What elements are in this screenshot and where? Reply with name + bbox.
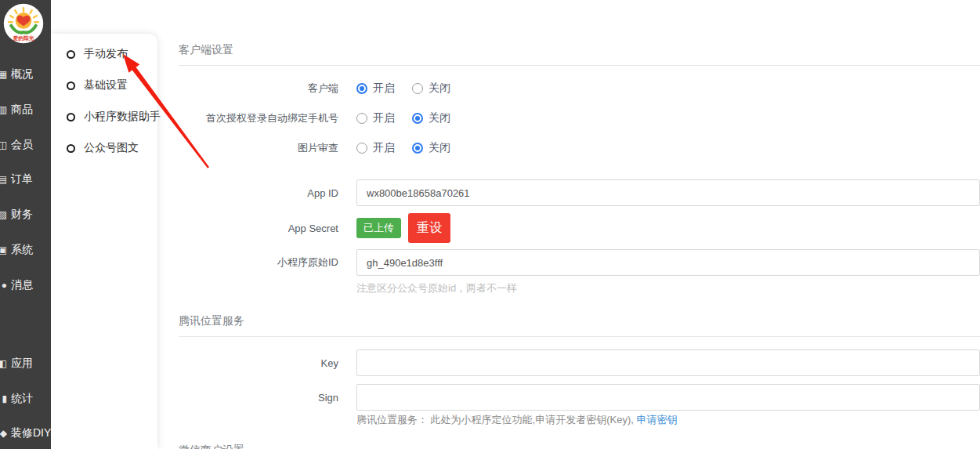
settings-submenu-panel: 手动发布 基础设置 小程序数据助手 公众号图文	[51, 34, 157, 449]
sunshine-heart-logo-icon: 爱的阳光	[2, 2, 45, 45]
submenu-item-miniprogram-data-assistant[interactable]: 小程序数据助手	[51, 101, 157, 132]
location-key-input[interactable]	[356, 349, 980, 376]
radio-option-off[interactable]: 关闭	[412, 111, 450, 125]
radio-option-label: 关闭	[429, 111, 450, 125]
client-toggle-group: 开启 关闭	[356, 81, 980, 96]
sidebar-item-label: 消息	[11, 278, 33, 292]
radio-option-off[interactable]: 关闭	[412, 141, 450, 155]
merchant-settings-title: 微信商户设置	[179, 444, 980, 449]
radio-option-label: 开启	[373, 81, 395, 96]
client-toggle-row: 客户端 开启 关闭	[179, 81, 980, 96]
radio-option-label: 开启	[373, 141, 395, 155]
apply-key-link[interactable]: 申请密钥	[637, 414, 678, 425]
submenu-item-official-account-articles[interactable]: 公众号图文	[51, 132, 157, 164]
client-toggle-label: 客户端	[179, 81, 338, 96]
radio-icon[interactable]	[412, 113, 423, 124]
sidebar-item-label: 概况	[11, 67, 33, 81]
sidebar-item-messages[interactable]: ●消息	[0, 277, 51, 293]
location-sign-row: Sign	[179, 384, 980, 411]
submenu-item-label: 基础设置	[84, 78, 128, 92]
orders-icon: ▤	[0, 174, 7, 185]
submenu-item-basic-settings[interactable]: 基础设置	[51, 70, 157, 101]
location-help-text: 腾讯位置服务： 此处为小程序定位功能,申请开发者密钥(Key),	[356, 414, 637, 425]
location-service-title: 腾讯位置服务	[179, 314, 980, 328]
sidebar-item-label: 订单	[11, 172, 33, 186]
members-icon: ◫	[0, 139, 7, 150]
sidebar-item-members[interactable]: ◫会员	[0, 137, 51, 153]
circle-bullet-icon	[67, 113, 75, 121]
original-id-row: 小程序原始ID	[179, 249, 980, 276]
logo-text: 爱的阳光	[13, 35, 34, 42]
client-settings-title: 客户端设置	[179, 43, 980, 56]
radio-option-label: 关闭	[429, 141, 450, 155]
submenu-item-label: 公众号图文	[84, 141, 139, 155]
circle-bullet-icon	[67, 50, 75, 59]
sidebar-item-label: 系统	[11, 243, 33, 257]
submenu-item-label: 小程序数据助手	[84, 110, 161, 124]
messages-icon: ●	[0, 280, 7, 291]
radio-option-on[interactable]: 开启	[356, 141, 395, 155]
radio-icon[interactable]	[412, 83, 423, 94]
overview-icon: ▦	[0, 69, 7, 80]
sidebar-item-label: 商品	[11, 103, 33, 117]
app-id-input[interactable]	[356, 179, 980, 206]
app-secret-row: App Secret 已上传 重设	[179, 213, 980, 243]
radio-icon[interactable]	[356, 83, 367, 94]
system-icon: ▣	[0, 244, 7, 255]
sidebar-item-finance[interactable]: ▨财务	[0, 207, 51, 223]
sidebar-item-label: 财务	[11, 208, 33, 222]
radio-icon[interactable]	[356, 113, 367, 124]
auto-bind-phone-group: 开启 关闭	[356, 111, 980, 125]
original-id-help: 注意区分公众号原始id，两者不一样	[356, 281, 980, 295]
sidebar-item-label: 装修DIY	[11, 426, 51, 440]
radio-option-label: 关闭	[429, 81, 450, 96]
submenu-item-manual-publish[interactable]: 手动发布	[51, 38, 157, 70]
brand-logo[interactable]: 爱的阳光	[2, 2, 45, 45]
image-review-label: 图片审查	[179, 141, 338, 155]
location-service-help: 腾讯位置服务： 此处为小程序定位功能,申请开发者密钥(Key), 申请密钥	[356, 413, 980, 427]
main-sidebar: 爱的阳光 ▦概况 ▥商品 ◫会员 ▤订单 ▨财务 ▣系统 ●消息 ◧应用 ▮统计…	[0, 0, 51, 449]
sidebar-item-diy[interactable]: ◆装修DIY	[0, 425, 51, 441]
radio-option-on[interactable]: 开启	[356, 111, 395, 125]
location-key-row: Key	[179, 349, 980, 376]
app-id-row: App ID	[179, 179, 980, 206]
sidebar-item-label: 统计	[11, 392, 33, 406]
auto-bind-phone-row: 首次授权登录自动绑定手机号 开启 关闭	[179, 110, 980, 125]
settings-content: 客户端设置 客户端 开启 关闭 首次授权登录自动绑定手机号 开启 关闭	[157, 0, 980, 449]
circle-bullet-icon	[67, 81, 75, 90]
stats-icon: ▮	[0, 393, 7, 404]
radio-option-off[interactable]: 关闭	[412, 81, 450, 96]
apps-icon: ◧	[0, 358, 7, 369]
radio-icon[interactable]	[356, 143, 367, 154]
sidebar-item-stats[interactable]: ▮统计	[0, 391, 51, 407]
location-key-label: Key	[179, 357, 338, 369]
sidebar-item-apps[interactable]: ◧应用	[0, 356, 51, 371]
radio-icon[interactable]	[412, 143, 423, 154]
auto-bind-phone-label: 首次授权登录自动绑定手机号	[179, 111, 338, 125]
original-id-input[interactable]	[356, 249, 980, 276]
secret-reset-button[interactable]: 重设	[408, 213, 450, 243]
sidebar-item-goods[interactable]: ▥商品	[0, 102, 51, 118]
sidebar-item-overview[interactable]: ▦概况	[0, 67, 51, 82]
submenu-item-label: 手动发布	[84, 47, 128, 61]
diy-icon: ◆	[0, 428, 7, 439]
location-sign-input[interactable]	[356, 384, 980, 411]
app-id-label: App ID	[179, 187, 338, 199]
sidebar-item-label: 应用	[11, 357, 33, 371]
app-secret-label: App Secret	[179, 223, 338, 234]
sidebar-item-orders[interactable]: ▤订单	[0, 172, 51, 187]
sidebar-item-system[interactable]: ▣系统	[0, 242, 51, 258]
radio-option-label: 开启	[373, 111, 395, 125]
radio-option-on[interactable]: 开启	[356, 81, 395, 96]
sidebar-item-label: 会员	[11, 138, 33, 152]
image-review-group: 开启 关闭	[356, 141, 980, 155]
goods-icon: ▥	[0, 104, 7, 115]
secret-uploaded-button[interactable]: 已上传	[356, 218, 401, 238]
original-id-label: 小程序原始ID	[179, 255, 338, 270]
finance-icon: ▨	[0, 209, 7, 220]
image-review-row: 图片审查 开启 关闭	[179, 140, 980, 155]
location-sign-label: Sign	[179, 392, 338, 404]
circle-bullet-icon	[67, 144, 75, 153]
